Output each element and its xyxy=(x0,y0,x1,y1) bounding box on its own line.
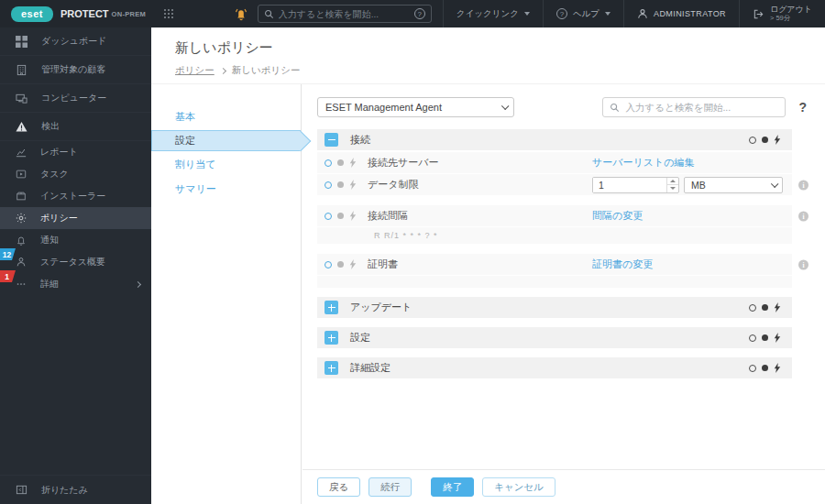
report-chart-icon xyxy=(16,147,27,158)
sidebar-item-managed-customers[interactable]: 管理対象の顧客 xyxy=(0,56,151,84)
apply-icon xyxy=(762,365,768,371)
interval-cron-row: R R/1 * * * ? * xyxy=(317,227,792,244)
apply-icon xyxy=(337,159,344,166)
app-grid-icon[interactable] xyxy=(164,9,173,18)
not-apply-icon xyxy=(324,159,332,167)
row-apply-flags[interactable] xyxy=(324,158,357,168)
setting-row-certificate: 証明書 証明書の変更 xyxy=(317,254,792,275)
product-name: PROTECT xyxy=(60,8,109,19)
building-icon xyxy=(16,64,28,76)
wizard-step-summary[interactable]: サマリー xyxy=(151,177,301,202)
status-overview-badge: 12 xyxy=(0,248,16,260)
section-apply-flags[interactable] xyxy=(749,135,781,145)
sidebar-secondary-group: レポート タスク インストーラー ポリシー 通知 12 ステータス概要 xyxy=(0,141,151,295)
section-apply-flags[interactable] xyxy=(749,333,781,343)
wizard-step-assign[interactable]: 割り当て xyxy=(151,152,301,177)
info-icon[interactable] xyxy=(798,259,808,269)
product-edition: ON-PREM xyxy=(112,10,147,18)
data-limit-input[interactable] xyxy=(593,178,666,192)
stepper-down-icon[interactable] xyxy=(667,185,678,192)
apply-icon xyxy=(337,213,344,219)
row-apply-flags[interactable] xyxy=(324,211,357,221)
sidebar-item-installers[interactable]: インストーラー xyxy=(0,185,151,207)
product-select[interactable]: ESET Management Agent xyxy=(317,97,514,117)
eset-logo-text: eset xyxy=(21,8,43,19)
wizard-step-settings[interactable]: 設定 xyxy=(151,130,301,151)
stepper-up-icon[interactable] xyxy=(667,178,678,186)
sidebar-item-tasks[interactable]: タスク xyxy=(0,163,151,185)
product-select-value: ESET Management Agent xyxy=(325,102,442,113)
change-interval-link[interactable]: 間隔の変更 xyxy=(592,209,643,223)
section-apply-flags[interactable] xyxy=(749,363,781,373)
section-apply-flags[interactable] xyxy=(749,302,781,312)
back-button[interactable]: 戻る xyxy=(317,477,360,497)
server-label: 接続先サーバー xyxy=(368,156,439,170)
bell-icon xyxy=(16,235,27,246)
context-help-button[interactable]: ? xyxy=(798,100,807,115)
notification-bell-icon[interactable] xyxy=(234,6,248,21)
sidebar-item-detections[interactable]: 検出 xyxy=(0,113,151,141)
sidebar-item-dashboard[interactable]: ダッシュボード xyxy=(0,27,151,56)
force-icon xyxy=(774,363,781,373)
search-icon xyxy=(264,9,274,19)
finish-button[interactable]: 終了 xyxy=(431,477,474,497)
search-icon xyxy=(610,103,620,113)
change-certificate-link[interactable]: 証明書の変更 xyxy=(592,257,653,271)
breadcrumb: ポリシー 新しいポリシー xyxy=(175,64,825,77)
collapse-section-button[interactable] xyxy=(324,133,338,147)
ellipsis-icon xyxy=(16,279,27,290)
section-advanced-header: 詳細設定 xyxy=(317,357,792,378)
info-icon[interactable] xyxy=(798,211,808,221)
eset-logo: eset xyxy=(11,6,53,22)
settings-search-input[interactable] xyxy=(625,102,778,113)
expand-section-button[interactable] xyxy=(324,361,338,375)
sidebar-collapse-button[interactable]: 折りたたみ xyxy=(0,475,151,504)
cancel-button[interactable]: キャンセル xyxy=(482,477,556,497)
breadcrumb-parent-link[interactable]: ポリシー xyxy=(175,64,214,77)
logout-label: ログアウト xyxy=(770,5,812,14)
eset-protect-console: eset PROTECT ON-PREM クイックリンク xyxy=(0,0,825,504)
tasks-icon xyxy=(16,169,27,180)
force-icon xyxy=(349,259,357,269)
sidebar-item-more[interactable]: 1 詳細 xyxy=(0,273,151,295)
user-menu[interactable]: ADMINISTRATOR xyxy=(623,0,739,27)
sidebar-item-policies[interactable]: ポリシー xyxy=(0,207,151,229)
sidebar-item-status-overview[interactable]: 12 ステータス概要 xyxy=(0,251,151,273)
user-icon xyxy=(637,8,648,19)
edit-server-list-link[interactable]: サーバーリストの編集 xyxy=(592,156,695,170)
sidebar-item-computers[interactable]: コンピューター xyxy=(0,84,151,113)
row-apply-flags[interactable] xyxy=(324,259,357,269)
data-limit-unit-select[interactable]: MB xyxy=(684,177,783,193)
force-icon xyxy=(774,135,781,145)
help-icon xyxy=(556,8,567,19)
not-apply-icon xyxy=(324,181,332,189)
expand-section-button[interactable] xyxy=(324,331,338,345)
force-icon xyxy=(349,211,357,221)
not-apply-icon xyxy=(749,137,756,144)
apply-icon xyxy=(762,137,768,143)
expand-section-button[interactable] xyxy=(324,301,338,314)
chevron-down-icon xyxy=(524,12,530,16)
row-apply-flags[interactable] xyxy=(324,180,357,190)
logout-menu[interactable]: ログアウト > 59分 xyxy=(739,0,825,27)
force-icon xyxy=(774,333,781,343)
settings-controls: ESET Management Agent ? xyxy=(317,97,807,117)
brand-area: eset PROTECT ON-PREM xyxy=(0,6,173,22)
force-icon xyxy=(349,158,357,168)
apply-icon xyxy=(337,261,344,268)
quick-links-label: クイックリンク xyxy=(456,8,519,20)
sidebar-item-reports[interactable]: レポート xyxy=(0,141,151,163)
search-help-icon[interactable] xyxy=(414,8,425,19)
sidebar-item-notifications[interactable]: 通知 xyxy=(0,229,151,251)
wizard-step-basic[interactable]: 基本 xyxy=(151,104,301,129)
continue-button[interactable]: 続行 xyxy=(368,477,412,497)
global-search-input[interactable] xyxy=(279,9,410,19)
section-connection-header: 接続 xyxy=(317,129,792,150)
info-icon[interactable] xyxy=(798,180,808,190)
force-icon xyxy=(349,180,357,190)
number-stepper[interactable] xyxy=(666,178,678,192)
chevron-right-icon xyxy=(135,280,141,287)
settings-search xyxy=(602,97,786,117)
help-menu[interactable]: ヘルプ xyxy=(543,0,623,27)
quick-links-menu[interactable]: クイックリンク xyxy=(443,0,543,27)
